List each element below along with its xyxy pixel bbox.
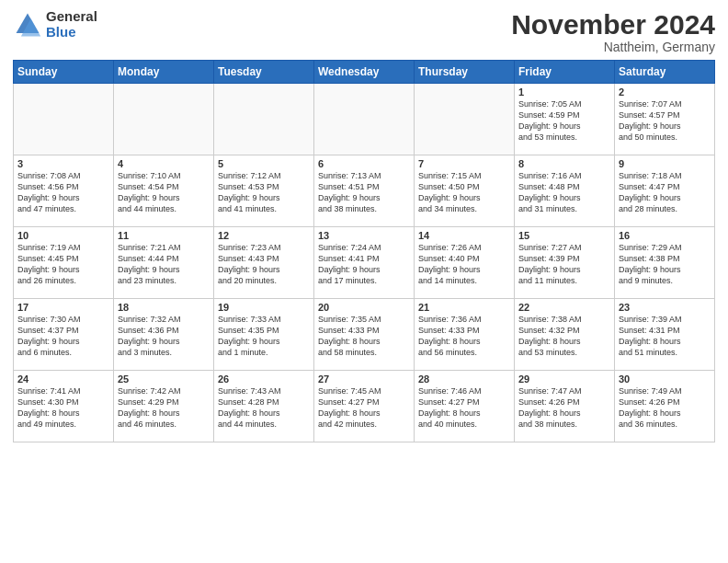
day-info: Sunrise: 7:46 AM Sunset: 4:27 PM Dayligh… [418,385,510,431]
day-cell: 30Sunrise: 7:49 AM Sunset: 4:26 PM Dayli… [615,371,715,442]
day-info: Sunrise: 7:19 AM Sunset: 4:45 PM Dayligh… [17,242,109,287]
day-info: Sunrise: 7:07 AM Sunset: 4:57 PM Dayligh… [619,98,711,144]
day-cell: 10Sunrise: 7:19 AM Sunset: 4:45 PM Dayli… [14,227,114,299]
day-info: Sunrise: 7:49 AM Sunset: 4:26 PM Dayligh… [619,385,711,431]
day-number: 12 [218,230,310,241]
day-number: 10 [17,230,109,241]
day-cell: 29Sunrise: 7:47 AM Sunset: 4:26 PM Dayli… [515,371,615,442]
day-info: Sunrise: 7:26 AM Sunset: 4:40 PM Dayligh… [418,242,510,287]
day-number: 24 [17,373,109,385]
day-cell: 16Sunrise: 7:29 AM Sunset: 4:38 PM Dayli… [615,227,715,299]
day-number: 28 [418,373,510,385]
day-info: Sunrise: 7:38 AM Sunset: 4:32 PM Dayligh… [518,314,610,359]
day-info: Sunrise: 7:42 AM Sunset: 4:29 PM Dayligh… [118,385,210,431]
day-number: 21 [418,302,510,313]
header-row: Sunday Monday Tuesday Wednesday Thursday… [14,61,715,84]
day-info: Sunrise: 7:24 AM Sunset: 4:41 PM Dayligh… [318,242,410,287]
logo: General Blue [13,9,97,40]
title-block: November 2024 Nattheim, Germany [511,9,715,54]
day-cell: 18Sunrise: 7:32 AM Sunset: 4:36 PM Dayli… [114,299,214,371]
day-cell: 7Sunrise: 7:15 AM Sunset: 4:50 PM Daylig… [415,155,515,227]
day-number: 30 [619,373,711,385]
day-cell: 22Sunrise: 7:38 AM Sunset: 4:32 PM Dayli… [515,299,615,371]
day-info: Sunrise: 7:21 AM Sunset: 4:44 PM Dayligh… [118,242,210,287]
week-row-2: 3Sunrise: 7:08 AM Sunset: 4:56 PM Daylig… [14,155,715,227]
day-cell [415,84,515,155]
logo-text: General Blue [46,9,97,40]
day-cell: 1Sunrise: 7:05 AM Sunset: 4:59 PM Daylig… [515,84,615,155]
day-number: 13 [318,230,410,241]
day-info: Sunrise: 7:12 AM Sunset: 4:53 PM Dayligh… [218,170,310,215]
day-number: 17 [17,302,109,313]
day-cell: 6Sunrise: 7:13 AM Sunset: 4:51 PM Daylig… [314,155,415,227]
day-cell: 13Sunrise: 7:24 AM Sunset: 4:41 PM Dayli… [314,227,415,299]
day-cell [214,84,314,155]
calendar-table: Sunday Monday Tuesday Wednesday Thursday… [13,60,715,442]
day-info: Sunrise: 7:16 AM Sunset: 4:48 PM Dayligh… [518,170,610,215]
col-friday: Friday [515,61,615,84]
day-info: Sunrise: 7:36 AM Sunset: 4:33 PM Dayligh… [418,314,510,359]
logo-icon [13,10,42,40]
day-info: Sunrise: 7:27 AM Sunset: 4:39 PM Dayligh… [518,242,610,287]
col-wednesday: Wednesday [314,61,415,84]
day-cell: 23Sunrise: 7:39 AM Sunset: 4:31 PM Dayli… [615,299,715,371]
logo-blue-label: Blue [46,25,97,40]
day-cell: 5Sunrise: 7:12 AM Sunset: 4:53 PM Daylig… [214,155,314,227]
day-info: Sunrise: 7:43 AM Sunset: 4:28 PM Dayligh… [218,385,310,431]
day-info: Sunrise: 7:30 AM Sunset: 4:37 PM Dayligh… [17,314,109,359]
day-info: Sunrise: 7:10 AM Sunset: 4:54 PM Dayligh… [118,170,210,215]
day-number: 29 [518,373,610,385]
col-monday: Monday [114,61,214,84]
day-number: 22 [518,302,610,313]
day-cell: 28Sunrise: 7:46 AM Sunset: 4:27 PM Dayli… [415,371,515,442]
day-cell: 17Sunrise: 7:30 AM Sunset: 4:37 PM Dayli… [14,299,114,371]
day-info: Sunrise: 7:05 AM Sunset: 4:59 PM Dayligh… [518,98,610,144]
day-info: Sunrise: 7:13 AM Sunset: 4:51 PM Dayligh… [318,170,410,215]
day-number: 23 [619,302,711,313]
day-info: Sunrise: 7:47 AM Sunset: 4:26 PM Dayligh… [518,385,610,431]
day-info: Sunrise: 7:33 AM Sunset: 4:35 PM Dayligh… [218,314,310,359]
day-number: 26 [218,373,310,385]
day-info: Sunrise: 7:35 AM Sunset: 4:33 PM Dayligh… [318,314,410,359]
calendar-header: Sunday Monday Tuesday Wednesday Thursday… [14,61,715,84]
day-cell: 24Sunrise: 7:41 AM Sunset: 4:30 PM Dayli… [14,371,114,442]
day-cell: 25Sunrise: 7:42 AM Sunset: 4:29 PM Dayli… [114,371,214,442]
day-number: 15 [518,230,610,241]
day-cell: 21Sunrise: 7:36 AM Sunset: 4:33 PM Dayli… [415,299,515,371]
day-cell: 15Sunrise: 7:27 AM Sunset: 4:39 PM Dayli… [515,227,615,299]
day-cell: 8Sunrise: 7:16 AM Sunset: 4:48 PM Daylig… [515,155,615,227]
day-number: 1 [518,86,610,98]
col-sunday: Sunday [14,61,114,84]
day-cell: 2Sunrise: 7:07 AM Sunset: 4:57 PM Daylig… [615,84,715,155]
day-cell: 3Sunrise: 7:08 AM Sunset: 4:56 PM Daylig… [14,155,114,227]
day-info: Sunrise: 7:45 AM Sunset: 4:27 PM Dayligh… [318,385,410,431]
logo-general-label: General [46,9,97,25]
day-info: Sunrise: 7:18 AM Sunset: 4:47 PM Dayligh… [619,170,711,215]
day-info: Sunrise: 7:15 AM Sunset: 4:50 PM Dayligh… [418,170,510,215]
day-number: 16 [619,230,711,241]
page: General Blue November 2024 Nattheim, Ger… [0,0,728,563]
day-number: 9 [619,158,711,169]
col-tuesday: Tuesday [214,61,314,84]
month-title: November 2024 [511,9,715,40]
day-info: Sunrise: 7:23 AM Sunset: 4:43 PM Dayligh… [218,242,310,287]
day-cell: 20Sunrise: 7:35 AM Sunset: 4:33 PM Dayli… [314,299,415,371]
day-info: Sunrise: 7:32 AM Sunset: 4:36 PM Dayligh… [118,314,210,359]
day-number: 18 [118,302,210,313]
day-number: 14 [418,230,510,241]
day-info: Sunrise: 7:39 AM Sunset: 4:31 PM Dayligh… [619,314,711,359]
day-number: 4 [118,158,210,169]
day-cell: 9Sunrise: 7:18 AM Sunset: 4:47 PM Daylig… [615,155,715,227]
day-cell: 12Sunrise: 7:23 AM Sunset: 4:43 PM Dayli… [214,227,314,299]
location: Nattheim, Germany [511,40,715,54]
week-row-4: 17Sunrise: 7:30 AM Sunset: 4:37 PM Dayli… [14,299,715,371]
col-saturday: Saturday [615,61,715,84]
day-cell: 11Sunrise: 7:21 AM Sunset: 4:44 PM Dayli… [114,227,214,299]
day-number: 6 [318,158,410,169]
week-row-3: 10Sunrise: 7:19 AM Sunset: 4:45 PM Dayli… [14,227,715,299]
day-number: 11 [118,230,210,241]
day-number: 5 [218,158,310,169]
day-cell: 26Sunrise: 7:43 AM Sunset: 4:28 PM Dayli… [214,371,314,442]
week-row-1: 1Sunrise: 7:05 AM Sunset: 4:59 PM Daylig… [14,84,715,155]
header: General Blue November 2024 Nattheim, Ger… [13,9,715,54]
